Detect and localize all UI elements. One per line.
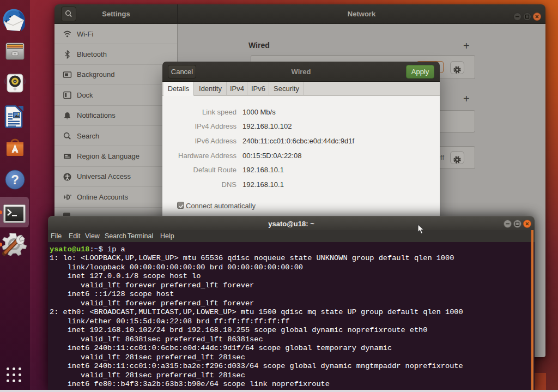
svg-text:?: ?: [11, 172, 19, 187]
svg-text:s: s: [70, 194, 72, 197]
